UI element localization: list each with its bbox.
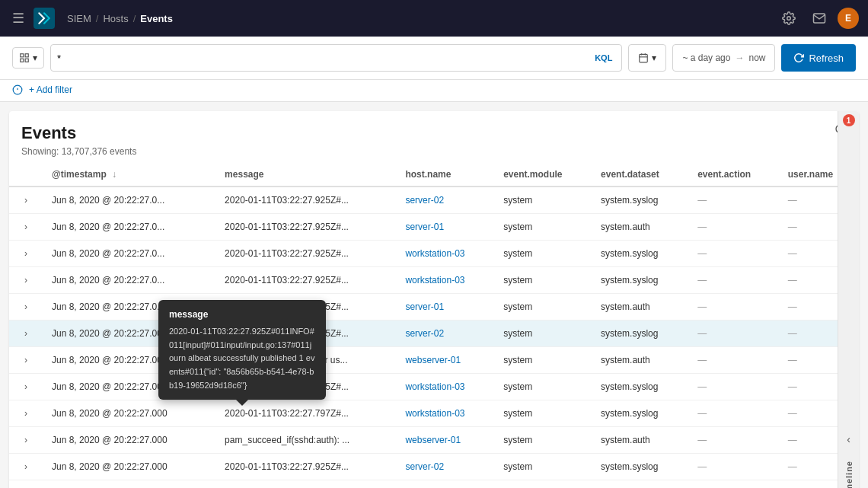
timeline-label[interactable]: Timeline bbox=[844, 461, 854, 488]
module-cell: system bbox=[494, 214, 592, 241]
tooltip-content: 2020-01-11T03:22:27.925Z#011INFO#011[inp… bbox=[169, 325, 315, 392]
expand-button[interactable]: › bbox=[18, 379, 34, 394]
action-cell: — bbox=[688, 321, 779, 347]
hostname-cell[interactable]: webserver-01 bbox=[396, 427, 494, 454]
expand-button[interactable]: › bbox=[18, 406, 34, 421]
module-cell: system bbox=[494, 294, 592, 321]
hostname-cell[interactable]: webserver-01 bbox=[396, 480, 494, 489]
dataset-cell: system.auth bbox=[592, 294, 688, 321]
search-input[interactable] bbox=[57, 53, 592, 64]
hostname-cell[interactable]: server-02 bbox=[396, 454, 494, 480]
timeline-collapse-arrow[interactable]: ‹ bbox=[847, 433, 850, 445]
dataset-cell: system.auth bbox=[592, 214, 688, 241]
breadcrumb-hosts[interactable]: Hosts bbox=[103, 13, 128, 24]
expand-button[interactable]: › bbox=[18, 219, 34, 234]
mail-icon[interactable] bbox=[807, 6, 831, 30]
add-filter-button[interactable]: + Add filter bbox=[29, 85, 72, 95]
svg-rect-1 bbox=[21, 54, 24, 57]
row-expand-cell: › bbox=[9, 480, 43, 489]
breadcrumb-sep1: / bbox=[96, 13, 99, 24]
search-bar: ▾ KQL ▾ ~ a day ago → now Refresh bbox=[0, 37, 868, 80]
hostname-cell[interactable]: server-01 bbox=[396, 214, 494, 241]
hostname-cell[interactable]: workstation-03 bbox=[396, 241, 494, 267]
timestamp-cell: Jun 8, 2020 @ 20:22:27.000 bbox=[43, 454, 215, 480]
tooltip-title: message bbox=[169, 308, 315, 322]
col-message[interactable]: message bbox=[215, 163, 396, 187]
timestamp-cell: Jun 8, 2020 @ 20:22:27.0... bbox=[43, 267, 215, 294]
message-cell: 2020-01-11T03:22:27.925Z#... bbox=[215, 241, 396, 267]
events-title: Events bbox=[21, 123, 136, 143]
hamburger-menu[interactable]: ☰ bbox=[9, 7, 27, 30]
expand-button[interactable]: › bbox=[18, 273, 34, 288]
action-cell: — bbox=[688, 294, 779, 321]
message-cell: pam_succeed_if(sshd:auth): ... bbox=[215, 427, 396, 454]
action-cell: — bbox=[688, 427, 779, 454]
search-type-button[interactable]: ▾ bbox=[12, 47, 44, 69]
hostname-cell[interactable]: server-02 bbox=[396, 321, 494, 347]
module-cell: system bbox=[494, 427, 592, 454]
filter-bar: + Add filter bbox=[0, 80, 868, 102]
module-cell: system bbox=[494, 267, 592, 294]
message-cell: 2020-01-11T03:22:27.925Z#... bbox=[215, 214, 396, 241]
col-hostname[interactable]: host.name bbox=[396, 163, 494, 187]
user-avatar[interactable]: E bbox=[838, 8, 859, 29]
refresh-button[interactable]: Refresh bbox=[781, 44, 856, 72]
expand-button[interactable]: › bbox=[18, 352, 34, 368]
timeline-sidebar: 1 ‹ Timeline bbox=[838, 111, 859, 488]
row-expand-cell: › bbox=[9, 427, 43, 454]
breadcrumb-siem[interactable]: SIEM bbox=[67, 13, 91, 24]
col-event-module[interactable]: event.module bbox=[494, 163, 592, 187]
timestamp-cell: Jun 8, 2020 @ 20:22:27.000 bbox=[43, 427, 215, 454]
action-cell: — bbox=[688, 454, 779, 480]
search-input-wrapper[interactable]: KQL bbox=[50, 44, 622, 72]
row-expand-cell: › bbox=[9, 294, 43, 321]
hostname-cell[interactable]: workstation-03 bbox=[396, 400, 494, 427]
expand-button[interactable]: › bbox=[18, 299, 34, 314]
dataset-cell: system.syslog bbox=[592, 321, 688, 347]
hostname-cell[interactable]: workstation-03 bbox=[396, 374, 494, 400]
col-event-action[interactable]: event.action bbox=[688, 163, 779, 187]
table-row: › Jun 8, 2020 @ 20:22:27.000 2020-01-11T… bbox=[9, 321, 859, 347]
table-row: › Jun 8, 2020 @ 20:22:27.0... 2020-01-11… bbox=[9, 267, 859, 294]
expand-button[interactable]: › bbox=[18, 246, 34, 261]
module-cell: system bbox=[494, 454, 592, 480]
table-row: › Jun 8, 2020 @ 20:22:27.000 password ch… bbox=[9, 480, 859, 489]
row-expand-cell: › bbox=[9, 347, 43, 374]
filter-toggle-button[interactable] bbox=[12, 85, 23, 95]
hostname-cell[interactable]: server-01 bbox=[396, 294, 494, 321]
hostname-cell[interactable]: server-02 bbox=[396, 187, 494, 214]
expand-button[interactable]: › bbox=[18, 432, 34, 448]
col-timestamp[interactable]: @timestamp ↓ bbox=[43, 163, 215, 187]
module-cell: system bbox=[494, 347, 592, 374]
row-expand-cell: › bbox=[9, 241, 43, 267]
row-expand-cell: › bbox=[9, 400, 43, 427]
time-range-display: ~ a day ago → now bbox=[672, 44, 775, 72]
events-table-wrapper[interactable]: @timestamp ↓ message host.name event.mod… bbox=[9, 163, 859, 488]
settings-icon[interactable] bbox=[777, 6, 801, 30]
col-event-dataset[interactable]: event.dataset bbox=[592, 163, 688, 187]
timestamp-cell: Jun 8, 2020 @ 20:22:27.000 bbox=[43, 400, 215, 427]
hostname-cell[interactable]: webserver-01 bbox=[396, 347, 494, 374]
dataset-cell: system.syslog bbox=[592, 454, 688, 480]
dataset-cell: system.syslog bbox=[592, 187, 688, 214]
svg-rect-5 bbox=[640, 54, 648, 62]
top-navigation: ☰ SIEM / Hosts / Events E bbox=[0, 0, 868, 37]
message-cell: 2020-01-11T03:22:27.925Z#... bbox=[215, 187, 396, 214]
action-cell: — bbox=[688, 187, 779, 214]
table-row: › Jun 8, 2020 @ 20:22:27.0... 2020-01-11… bbox=[9, 214, 859, 241]
date-picker-button[interactable]: ▾ bbox=[628, 44, 666, 72]
time-from: ~ a day ago bbox=[682, 53, 730, 63]
timestamp-cell: Jun 8, 2020 @ 20:22:27.0... bbox=[43, 241, 215, 267]
hostname-cell[interactable]: workstation-03 bbox=[396, 267, 494, 294]
action-cell: — bbox=[688, 241, 779, 267]
refresh-label: Refresh bbox=[809, 53, 844, 64]
timestamp-cell: Jun 8, 2020 @ 20:22:27.0... bbox=[43, 187, 215, 214]
expand-button[interactable]: › bbox=[18, 193, 34, 208]
expand-button[interactable]: › bbox=[18, 459, 34, 474]
expand-button[interactable]: › bbox=[18, 326, 34, 341]
table-row: › Jun 8, 2020 @ 20:22:27.0... 2020-01-11… bbox=[9, 187, 859, 214]
table-row: › Jun 8, 2020 @ 20:22:27.0... 2020-01-11… bbox=[9, 241, 859, 267]
breadcrumb-sep2: / bbox=[133, 13, 136, 24]
svg-point-0 bbox=[787, 17, 791, 21]
message-cell: 2020-01-11T03:22:27.925Z#... bbox=[215, 454, 396, 480]
